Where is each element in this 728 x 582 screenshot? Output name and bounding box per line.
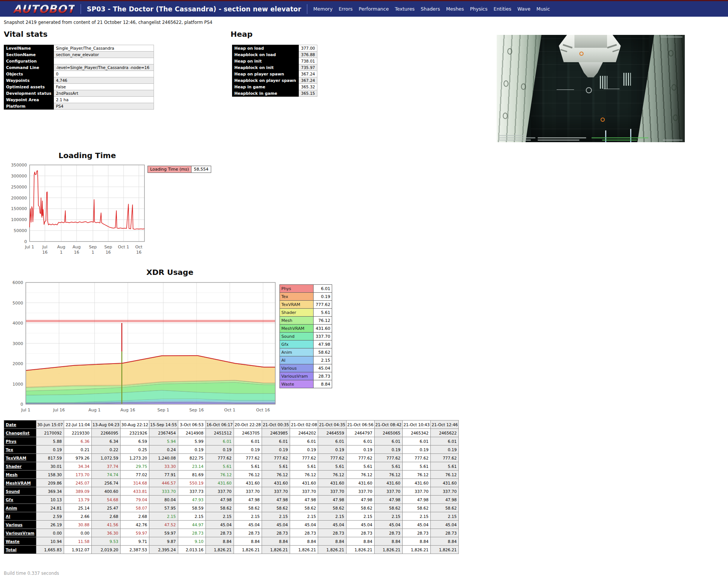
nav-item-physics[interactable]: Physics [470, 6, 488, 12]
matrix-cell: 6.34 [92, 437, 121, 446]
navbar-divider [80, 4, 81, 14]
matrix-cell: 45.04 [318, 521, 346, 529]
matrix-date-header: 21-Oct 00:35 [262, 420, 290, 429]
matrix-row-label-ai[interactable]: AI [4, 512, 36, 521]
matrix-cell: 24.81 [36, 504, 64, 512]
matrix-row-label-meshvram[interactable]: MeshVRAM [4, 479, 36, 487]
matrix-cell: 8.84 [403, 537, 431, 546]
matrix-row-label-total[interactable]: Total [4, 546, 36, 554]
matrix-row-label-phys[interactable]: Phys [4, 437, 36, 446]
xdr-legend-value: 45.04 [314, 364, 332, 372]
matrix-row-variousvram: VariousVram0.000.0036.3059.9759.9728.732… [4, 529, 459, 537]
matrix-cell: 33.30 [149, 462, 178, 471]
matrix-cell: 2464797 [346, 429, 374, 437]
matrix-cell: 34.34 [64, 462, 92, 471]
svg-text:Aug1: Aug1 [57, 245, 65, 255]
matrix-cell: 2.15 [374, 512, 402, 521]
xdr-legend-value: 76.12 [314, 317, 332, 325]
nav-item-shaders[interactable]: Shaders [421, 6, 440, 12]
matrix-cell: 0.19 [234, 446, 262, 454]
svg-text:200000: 200000 [11, 196, 27, 201]
vital-stats-heading: Vital stats [4, 30, 47, 39]
level-screenshot[interactable] [497, 35, 685, 142]
matrix-row-label-waste[interactable]: Waste [4, 537, 36, 546]
heap-value: 377.00 [298, 45, 317, 52]
matrix-cell: 431.60 [262, 479, 290, 487]
svg-text:150000: 150000 [11, 206, 27, 211]
matrix-row-label-various[interactable]: Various [4, 521, 36, 529]
matrix-cell: 431.60 [206, 479, 234, 487]
matrix-row-label-mesh[interactable]: Mesh [4, 471, 36, 479]
matrix-cell: 5.94 [149, 437, 178, 446]
matrix-row-label-changelist[interactable]: Changelist [4, 429, 36, 437]
autobot-logo[interactable]: AUTOBOT [13, 3, 75, 16]
vital-value: 2.1 ha [54, 97, 154, 103]
matrix-cell: 30.01 [36, 462, 64, 471]
matrix-cell: 5.88 [36, 437, 64, 446]
matrix-cell: 5.61 [262, 462, 290, 471]
nav-item-entities[interactable]: Entities [494, 6, 511, 12]
matrix-cell: 0.19 [346, 446, 374, 454]
matrix-row-texvram: TexVRAM817.59979.261,072.591,273.201,240… [4, 454, 459, 462]
vital-row: Objects0 [4, 71, 154, 77]
panel-bolt [672, 84, 676, 91]
matrix-cell: 431.60 [234, 479, 262, 487]
matrix-cell: 47.98 [262, 496, 290, 504]
debug-text-smudge [499, 140, 531, 141]
matrix-cell: 41.56 [92, 521, 121, 529]
matrix-row-label-tex[interactable]: Tex [4, 446, 36, 454]
xdr-legend-value: 28.73 [314, 372, 332, 380]
matrix-cell: 58.59 [178, 504, 206, 512]
waypoint-marker [579, 52, 584, 56]
nav-item-meshes[interactable]: Meshes [446, 6, 464, 12]
matrix-header-row: Date30-Jun 15:0722-Jul 11:0413-Aug 04:23… [4, 420, 459, 429]
matrix-row-phys: Phys5.886.366.346.595.945.996.016.016.01… [4, 437, 459, 446]
matrix-cell: 777.62 [290, 454, 318, 462]
matrix-row-label-variousvram[interactable]: VariousVram [4, 529, 36, 537]
matrix-cell: 9.10 [178, 537, 206, 546]
matrix-cell: 0.19 [403, 446, 431, 454]
matrix-date-header: 21-Oct 02:08 [290, 420, 318, 429]
matrix-cell: 8.84 [234, 537, 262, 546]
matrix-cell: 6.01 [290, 437, 318, 446]
matrix-cell: 8.84 [346, 537, 374, 546]
nav-item-memory[interactable]: Memory [313, 6, 333, 12]
matrix-cell: 337.70 [262, 487, 290, 496]
matrix-row-label-gfx[interactable]: Gfx [4, 496, 36, 504]
nav-item-wave[interactable]: Wave [518, 6, 530, 12]
nav-item-errors[interactable]: Errors [339, 6, 353, 12]
matrix-cell: 76.12 [431, 471, 459, 479]
matrix-cell: 0.00 [36, 529, 64, 537]
matrix-row-label-shader[interactable]: Shader [4, 462, 36, 471]
matrix-date-header: 30-Jun 15:07 [36, 420, 64, 429]
matrix-cell: 1,665.83 [36, 546, 64, 554]
matrix-cell: 79.04 [121, 496, 149, 504]
matrix-row-tex: Tex0.190.210.220.250.240.190.190.190.190… [4, 446, 459, 454]
matrix-cell: 28.73 [318, 529, 346, 537]
nav-item-textures[interactable]: Textures [395, 6, 414, 12]
matrix-date-header: 21-Oct 12:46 [431, 420, 459, 429]
matrix-cell: 45.04 [374, 521, 402, 529]
svg-text:300000: 300000 [11, 174, 27, 179]
matrix-date-header: 22-Jul 11:04 [64, 420, 92, 429]
matrix-corner-date-link[interactable]: Date [4, 420, 36, 429]
matrix-row-label-texvram[interactable]: TexVRAM [4, 454, 36, 462]
matrix-row-label-anim[interactable]: Anim [4, 504, 36, 512]
matrix-cell: 5.61 [206, 462, 234, 471]
matrix-cell: 57.95 [149, 504, 178, 512]
matrix-cell: 6.01 [206, 437, 234, 446]
matrix-cell: 74.74 [92, 471, 121, 479]
debug-text-smudge [663, 140, 682, 141]
matrix-row-total: Total1,665.831,912.072,019.202,387.532,3… [4, 546, 459, 554]
matrix-cell: 431.60 [431, 479, 459, 487]
vital-value [54, 58, 154, 64]
nav-item-performance[interactable]: Performance [359, 6, 389, 12]
matrix-cell: 10.94 [36, 537, 64, 546]
matrix-row-label-sound[interactable]: Sound [4, 487, 36, 496]
matrix-cell: 2465065 [374, 429, 402, 437]
heap-value: 367.24 [298, 71, 317, 77]
xdr-legend-row: VariousVram28.73 [280, 372, 332, 380]
nav-item-music[interactable]: Music [537, 6, 550, 12]
heap-label: Heap in game [232, 84, 299, 90]
xdr-legend-label-gfx: Gfx [280, 340, 314, 348]
